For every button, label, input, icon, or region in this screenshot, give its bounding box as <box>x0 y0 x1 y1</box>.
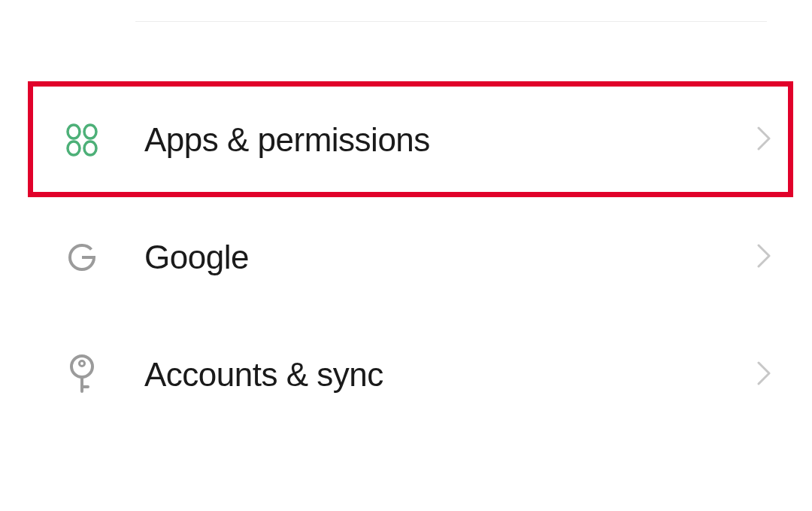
settings-row-accounts-sync[interactable]: Accounts & sync <box>0 316 812 433</box>
svg-rect-0 <box>68 125 80 138</box>
svg-rect-3 <box>84 141 96 155</box>
google-icon <box>66 241 98 274</box>
settings-row-google[interactable]: Google <box>0 199 812 316</box>
svg-point-6 <box>80 361 85 367</box>
apps-icon <box>66 123 98 157</box>
chevron-right-icon <box>757 244 771 271</box>
svg-rect-1 <box>84 125 96 138</box>
settings-row-label: Apps & permissions <box>144 121 757 159</box>
svg-rect-2 <box>68 141 80 155</box>
chevron-right-icon <box>757 126 771 154</box>
divider-line <box>135 21 767 22</box>
chevron-right-icon <box>757 361 771 388</box>
settings-row-apps-permissions[interactable]: Apps & permissions <box>0 81 812 199</box>
settings-row-label: Accounts & sync <box>144 356 757 394</box>
settings-row-label: Google <box>144 239 757 276</box>
key-icon <box>66 358 98 391</box>
settings-list: Apps & permissions Google <box>0 81 812 433</box>
